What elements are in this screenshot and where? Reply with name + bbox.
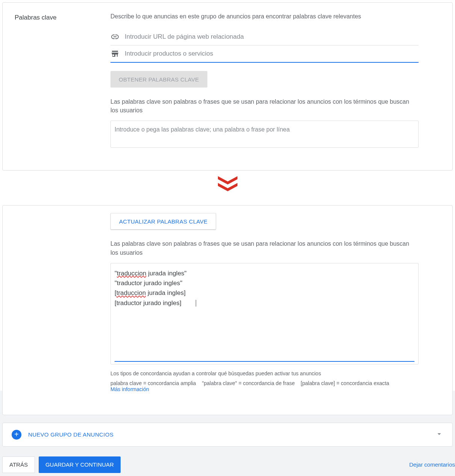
- keywords-card-bottom: ACTUALIZAR PALABRAS CLAVE Las palabras c…: [2, 205, 453, 415]
- keyword-line: [traduccion jurada ingles]: [115, 288, 414, 298]
- new-ad-group-label: NUEVO GRUPO DE ANUNCIOS: [28, 431, 113, 438]
- url-input[interactable]: [125, 33, 419, 41]
- section-title: Palabras clave: [15, 13, 88, 148]
- keyword-line: "traduccion jurada ingles": [115, 269, 414, 278]
- double-chevron-down-icon: [216, 176, 240, 192]
- svg-marker-0: [218, 176, 237, 184]
- keywords-help-text-top: Las palabras clave son palabras o frases…: [110, 97, 419, 115]
- chevron-down-icon: [435, 430, 443, 439]
- feedback-link[interactable]: Dejar comentarios: [409, 461, 455, 468]
- save-continue-button[interactable]: GUARDAR Y CONTINUAR: [39, 456, 121, 473]
- products-input-row: [110, 45, 419, 63]
- keywords-textarea-placeholder: Introduce o pega las palabras clave; una…: [111, 121, 418, 147]
- keywords-textarea-content: "traduccion jurada ingles""traductor jur…: [111, 263, 418, 361]
- keywords-bottom-main: ACTUALIZAR PALABRAS CLAVE Las palabras c…: [110, 213, 419, 392]
- keyword-line: [traductor jurado ingles]: [115, 298, 414, 308]
- url-input-row: [110, 28, 419, 45]
- legend-exact: [palabra clave] = concordancia exacta: [301, 380, 389, 386]
- section-title-bottom: [15, 213, 88, 392]
- learn-more-link[interactable]: Más información: [110, 386, 149, 392]
- get-keywords-button: OBTENER PALABRAS CLAVE: [110, 71, 207, 88]
- new-ad-group-button[interactable]: + NUEVO GRUPO DE ANUNCIOS: [2, 423, 453, 447]
- plus-icon: +: [12, 430, 21, 440]
- keywords-help-text-bottom: Las palabras clave son palabras o frases…: [110, 239, 419, 257]
- link-icon: [110, 32, 119, 41]
- keywords-textarea-bottom[interactable]: "traduccion jurada ingles""traductor jur…: [110, 263, 419, 364]
- textarea-focus-indicator: [115, 361, 414, 362]
- text-caret: [181, 299, 196, 307]
- update-keywords-button[interactable]: ACTUALIZAR PALABRAS CLAVE: [110, 213, 216, 230]
- legend-broad: palabra clave = concordancia amplia: [110, 380, 196, 386]
- scroll-chevron-divider: [0, 171, 455, 198]
- keyword-line: "traductor jurado ingles": [115, 278, 414, 288]
- keywords-description: Describe lo que anuncias en este grupo d…: [110, 13, 419, 20]
- back-button[interactable]: ATRÁS: [2, 456, 35, 473]
- copyright-text: © Google, 2021.: [0, 473, 455, 476]
- keywords-card-top: Palabras clave Describe lo que anuncias …: [2, 2, 453, 171]
- match-type-info: Los tipos de concordancia ayudan a contr…: [110, 370, 419, 376]
- storefront-icon: [110, 49, 119, 58]
- keywords-textarea-top[interactable]: Introduce o pega las palabras clave; una…: [110, 121, 419, 148]
- wizard-footer: ATRÁS GUARDAR Y CONTINUAR Dejar comentar…: [0, 447, 455, 473]
- products-input[interactable]: [125, 50, 419, 57]
- keywords-top-main: Describe lo que anuncias en este grupo d…: [110, 13, 419, 148]
- match-type-legend: palabra clave = concordancia amplia "pal…: [110, 380, 419, 386]
- legend-phrase: "palabra clave" = concordancia de frase: [202, 380, 295, 386]
